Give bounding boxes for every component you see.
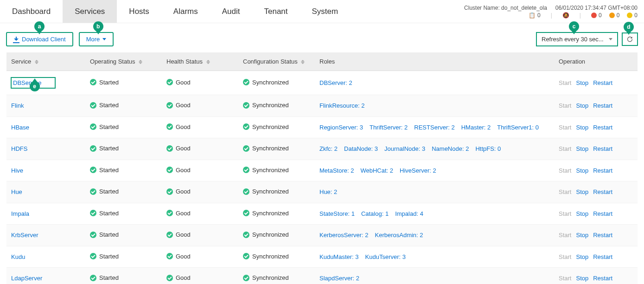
col-header-service[interactable]: Service <box>6 52 85 71</box>
status-text: Started <box>99 102 119 109</box>
service-link[interactable]: KrbServer <box>11 232 38 239</box>
role-link[interactable]: StateStore: 1 <box>319 210 355 217</box>
role-link[interactable]: HiveServer: 2 <box>400 167 436 174</box>
op-restart[interactable]: Restart <box>593 275 612 282</box>
cell-roles: SlapdServer: 2 <box>315 268 554 284</box>
check-icon <box>90 275 96 281</box>
service-link[interactable]: Kudu <box>11 253 25 260</box>
op-start: Start <box>559 167 571 174</box>
service-link[interactable]: HBase <box>11 124 29 131</box>
op-stop[interactable]: Stop <box>576 102 588 109</box>
op-restart[interactable]: Restart <box>593 253 612 260</box>
status-text: Good <box>176 253 191 260</box>
download-label: Download Client <box>22 36 66 43</box>
role-link[interactable]: Hue: 2 <box>319 188 337 195</box>
op-restart[interactable]: Restart <box>593 188 612 195</box>
nav-tab-audit[interactable]: Audit <box>210 0 252 23</box>
annotation-d: d <box>624 22 634 32</box>
col-header-config[interactable]: Configuration Status <box>238 52 315 71</box>
service-link[interactable]: Hive <box>11 167 23 174</box>
col-header-config-label: Configuration Status <box>243 58 298 65</box>
service-link[interactable]: LdapServer <box>11 275 42 282</box>
status-badge: Started <box>90 167 119 174</box>
role-link[interactable]: RegionServer: 3 <box>319 124 363 131</box>
service-link[interactable]: Impala <box>11 210 29 217</box>
op-stop[interactable]: Stop <box>576 145 588 152</box>
op-restart[interactable]: Restart <box>593 167 612 174</box>
timestamp: 06/01/2020 17:34:47 GMT+08:00 <box>555 5 638 11</box>
op-stop[interactable]: Stop <box>576 188 588 195</box>
op-stop[interactable]: Stop <box>576 167 588 174</box>
status-badge: Good <box>166 253 191 260</box>
op-stop[interactable]: Stop <box>576 79 588 86</box>
op-stop[interactable]: Stop <box>576 275 588 282</box>
check-icon <box>90 102 96 109</box>
op-start: Start <box>559 275 571 282</box>
status-text: Synchronized <box>252 210 289 217</box>
cell-roles: RegionServer: 3ThriftServer: 2RESTServer… <box>315 116 554 138</box>
nav-tab-system[interactable]: System <box>300 0 351 23</box>
check-icon <box>243 102 249 109</box>
role-link[interactable]: DataNode: 3 <box>344 145 378 152</box>
nav-tab-tenant[interactable]: Tenant <box>252 0 300 23</box>
status-badge: Synchronized <box>243 253 289 260</box>
role-link[interactable]: FlinkResource: 2 <box>319 102 365 109</box>
role-link[interactable]: Impalad: 4 <box>395 210 423 217</box>
more-button[interactable]: More <box>79 32 114 46</box>
role-link[interactable]: KuduMaster: 3 <box>319 253 359 260</box>
role-link[interactable]: KerberosServer: 2 <box>319 232 369 239</box>
nav-tab-services[interactable]: Services <box>63 0 117 23</box>
alarm-major[interactable]: 0 <box>609 12 620 19</box>
task-indicator[interactable]: 0 <box>529 12 541 19</box>
role-link[interactable]: ThriftServer1: 0 <box>497 124 539 131</box>
check-icon <box>166 79 173 85</box>
cell-operating-status: Started <box>85 160 162 181</box>
refresh-button[interactable] <box>622 33 638 45</box>
mute-indicator[interactable] <box>562 12 569 19</box>
op-restart[interactable]: Restart <box>593 232 612 239</box>
check-icon <box>243 79 249 85</box>
op-restart[interactable]: Restart <box>593 124 612 131</box>
role-link[interactable]: SlapdServer: 2 <box>319 275 359 282</box>
op-restart[interactable]: Restart <box>593 145 612 152</box>
role-link[interactable]: HttpFS: 0 <box>475 145 501 152</box>
op-stop[interactable]: Stop <box>576 124 588 131</box>
op-stop[interactable]: Stop <box>576 210 588 217</box>
role-link[interactable]: HMaster: 2 <box>461 124 491 131</box>
role-link[interactable]: KuduTserver: 3 <box>365 253 406 260</box>
role-link[interactable]: WebHCat: 2 <box>360 167 393 174</box>
nav-tab-alarms[interactable]: Alarms <box>161 0 210 23</box>
col-header-operating[interactable]: Operating Status <box>85 52 162 71</box>
alarm-minor[interactable]: 0 <box>627 12 638 19</box>
role-link[interactable]: ThriftServer: 2 <box>370 124 408 131</box>
service-link[interactable]: Flink <box>11 102 24 109</box>
role-link[interactable]: Catalog: 1 <box>361 210 389 217</box>
role-link[interactable]: DBServer: 2 <box>319 79 352 86</box>
check-icon <box>243 253 249 259</box>
role-link[interactable]: NameNode: 2 <box>432 145 469 152</box>
role-link[interactable]: KerberosAdmin: 2 <box>375 232 423 239</box>
nav-tab-dashboard[interactable]: Dashboard <box>0 0 63 23</box>
nav-tab-hosts[interactable]: Hosts <box>117 0 161 23</box>
role-link[interactable]: JournalNode: 3 <box>384 145 425 152</box>
table-row: KuduStartedGoodSynchronizedKuduMaster: 3… <box>6 246 638 268</box>
service-link[interactable]: Hue <box>11 188 22 195</box>
op-restart[interactable]: Restart <box>593 79 612 86</box>
role-link[interactable]: RESTServer: 2 <box>414 124 454 131</box>
op-stop[interactable]: Stop <box>576 253 588 260</box>
col-header-health[interactable]: Health Status <box>162 52 238 71</box>
role-link[interactable]: MetaStore: 2 <box>319 167 354 174</box>
task-count: 0 <box>537 12 541 19</box>
alarm-critical[interactable]: 0 <box>591 12 602 19</box>
op-stop[interactable]: Stop <box>576 232 588 239</box>
annotation-c: c <box>569 21 579 32</box>
op-restart[interactable]: Restart <box>593 102 612 109</box>
download-client-button[interactable]: Download Client <box>6 32 73 46</box>
service-link[interactable]: HDFS <box>11 145 27 152</box>
role-link[interactable]: Zkfc: 2 <box>319 145 338 152</box>
cell-operation: StartStopRestart <box>554 268 638 284</box>
op-restart[interactable]: Restart <box>593 210 612 217</box>
refresh-interval-select[interactable]: Refresh every 30 sec... <box>536 32 618 46</box>
cluster-label: Cluster Name: <box>464 5 500 11</box>
status-text: Synchronized <box>252 102 289 109</box>
